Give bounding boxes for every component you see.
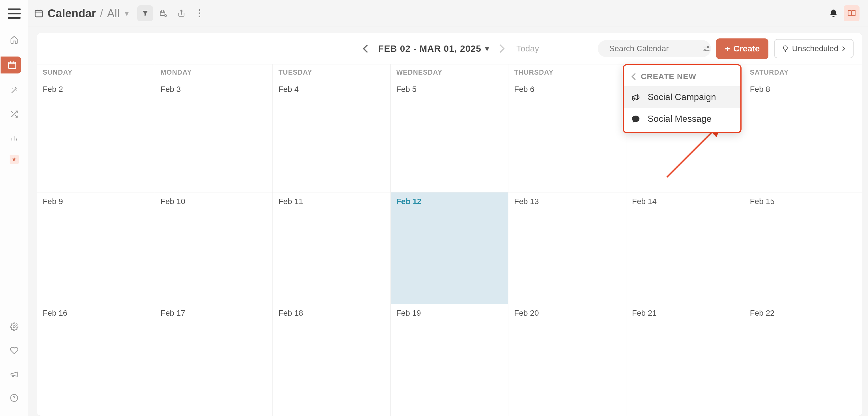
- back-button[interactable]: [631, 73, 636, 80]
- nav-shuffle[interactable]: [7, 107, 21, 121]
- create-social-campaign[interactable]: Social Campaign: [624, 86, 740, 108]
- svg-point-5: [164, 15, 166, 17]
- calendar-panel: FEB 02 - MAR 01, 2025 ▾ Today: [37, 33, 862, 416]
- day-cell[interactable]: Feb 8: [744, 80, 862, 192]
- date-label: Feb 20: [514, 309, 539, 317]
- date-label: Feb 14: [632, 197, 657, 206]
- search-wrap[interactable]: [598, 40, 711, 57]
- today-button[interactable]: Today: [516, 44, 539, 54]
- nav-home[interactable]: [7, 33, 21, 46]
- day-cell[interactable]: Feb 13: [508, 193, 626, 304]
- date-label: Feb 11: [278, 197, 303, 206]
- weekday-label: MONDAY: [155, 64, 273, 80]
- star-icon: ★: [11, 156, 17, 163]
- megaphone-icon: [10, 370, 19, 378]
- nav-magic[interactable]: [7, 84, 21, 97]
- calendar-settings-button[interactable]: [155, 5, 171, 21]
- menu-item-label: Social Message: [648, 114, 712, 124]
- share-button[interactable]: [174, 5, 189, 21]
- date-label: Feb 6: [514, 85, 534, 94]
- nav-announce[interactable]: [7, 368, 21, 381]
- filter-button[interactable]: [137, 5, 153, 21]
- wand-icon: [10, 86, 19, 95]
- day-cell[interactable]: Feb 16: [37, 304, 155, 416]
- hamburger-menu-icon[interactable]: [8, 8, 21, 19]
- plus-icon: +: [724, 43, 730, 54]
- shuffle-icon: [10, 110, 19, 118]
- date-navigation: FEB 02 - MAR 01, 2025 ▾ Today: [360, 41, 539, 56]
- day-cell[interactable]: Feb 18: [273, 304, 391, 416]
- day-cell[interactable]: Feb 2: [37, 80, 155, 192]
- svg-point-1: [13, 325, 15, 328]
- day-cell[interactable]: Feb 10: [155, 193, 273, 304]
- nav-analytics[interactable]: [7, 131, 21, 145]
- date-label: Feb 21: [632, 309, 657, 317]
- date-range-label: FEB 02 - MAR 01, 2025: [378, 43, 481, 54]
- week-row: Feb 16 Feb 17 Feb 18 Feb 19 Feb 20 Feb 2…: [37, 304, 862, 416]
- create-dropdown: CREATE NEW Social Campaign Social Messag…: [623, 64, 742, 133]
- svg-point-6: [198, 9, 200, 11]
- create-social-message[interactable]: Social Message: [624, 108, 740, 130]
- day-cell[interactable]: Feb 19: [391, 304, 509, 416]
- day-cell[interactable]: Feb 11: [273, 193, 391, 304]
- day-cell[interactable]: Feb 9: [37, 193, 155, 304]
- weekday-label: TUESDAY: [273, 64, 391, 80]
- date-label: Feb 4: [278, 85, 299, 94]
- next-month-button[interactable]: [497, 41, 507, 56]
- weekday-label: WEDNESDAY: [391, 64, 509, 80]
- chevron-left-icon: [631, 73, 636, 80]
- main: Calendar / All ▾: [28, 0, 868, 416]
- day-cell[interactable]: Feb 17: [155, 304, 273, 416]
- date-label: Feb 12: [396, 197, 422, 206]
- nav-heart[interactable]: [7, 344, 21, 357]
- topbar: Calendar / All ▾: [28, 0, 868, 27]
- day-cell[interactable]: Feb 21: [626, 304, 744, 416]
- svg-rect-4: [160, 11, 165, 15]
- lightbulb-icon: [782, 45, 789, 52]
- unscheduled-button[interactable]: Unscheduled: [774, 39, 854, 58]
- funnel-icon: [142, 10, 149, 17]
- calendar-gear-icon: [159, 9, 167, 17]
- unscheduled-label: Unscheduled: [792, 44, 838, 53]
- notifications-button[interactable]: [829, 9, 838, 18]
- week-row: Feb 9 Feb 10 Feb 11 Feb 12 Feb 13 Feb 14…: [37, 192, 862, 304]
- day-cell-today[interactable]: Feb 12: [391, 193, 509, 304]
- search-input[interactable]: [609, 44, 710, 53]
- docs-button[interactable]: [844, 5, 860, 21]
- nav-settings[interactable]: [7, 320, 21, 334]
- day-cell[interactable]: Feb 3: [155, 80, 273, 192]
- prev-month-button[interactable]: [360, 41, 371, 56]
- nav-help[interactable]: [7, 391, 21, 405]
- create-button[interactable]: + Create: [716, 38, 768, 59]
- day-cell[interactable]: Feb 5: [391, 80, 509, 192]
- date-label: Feb 19: [396, 309, 421, 317]
- topbar-right: [829, 5, 860, 21]
- date-range-selector[interactable]: FEB 02 - MAR 01, 2025 ▾: [378, 43, 489, 54]
- nav-favorites[interactable]: ★: [10, 155, 19, 164]
- date-label: Feb 18: [278, 309, 303, 317]
- day-cell[interactable]: Feb 4: [273, 80, 391, 192]
- nav-calendar[interactable]: [1, 57, 21, 73]
- chevron-down-icon[interactable]: ▾: [125, 9, 129, 18]
- breadcrumb-filter[interactable]: All: [107, 7, 119, 20]
- search-settings-button[interactable]: [703, 45, 710, 53]
- more-button[interactable]: [191, 5, 207, 21]
- chevron-right-icon: [499, 44, 505, 54]
- date-label: Feb 2: [43, 85, 63, 94]
- day-cell[interactable]: Feb 22: [744, 304, 862, 416]
- day-cell[interactable]: Feb 14: [626, 193, 744, 304]
- create-dropdown-title: CREATE NEW: [641, 72, 696, 81]
- bell-icon: [829, 9, 838, 18]
- toolbar-right: + Create Unscheduled: [598, 38, 854, 59]
- svg-rect-0: [8, 62, 16, 69]
- help-icon: [10, 394, 19, 402]
- book-icon: [847, 9, 856, 18]
- day-cell[interactable]: Feb 6: [508, 80, 626, 192]
- day-cell[interactable]: Feb 15: [744, 193, 862, 304]
- date-label: Feb 8: [750, 85, 770, 94]
- day-cell[interactable]: Feb 20: [508, 304, 626, 416]
- menu-item-label: Social Campaign: [648, 92, 716, 102]
- date-label: Feb 17: [161, 309, 185, 317]
- create-dropdown-header: CREATE NEW: [624, 65, 740, 86]
- weekday-label: SATURDAY: [744, 64, 862, 80]
